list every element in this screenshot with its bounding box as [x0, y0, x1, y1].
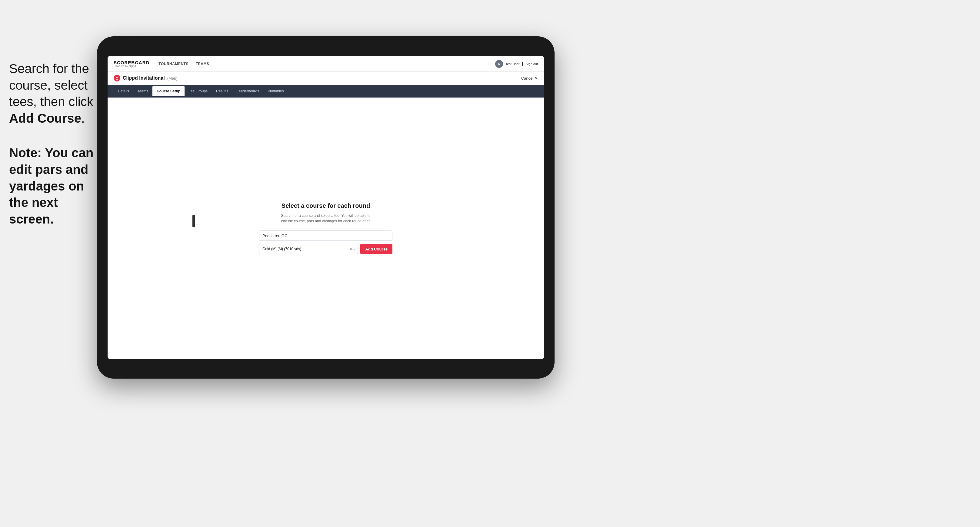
annotation-line3: tees, then click [9, 95, 93, 109]
cancel-label: Cancel [521, 76, 533, 81]
tournament-header: C Clippd Invitational (Men) Cancel ✕ [108, 72, 544, 85]
add-course-button[interactable]: Add Course [360, 244, 393, 254]
tab-bar: Details Teams Course Setup Tee Groups Re… [108, 85, 544, 97]
tee-select-wrapper: Gold (M) (M) (7010 yds) Blue (M) (M) (68… [259, 244, 358, 254]
top-nav: SCOREBOARD Powered by clippd TOURNAMENTS… [108, 56, 544, 72]
logo-area: SCOREBOARD Powered by clippd [114, 60, 150, 68]
cancel-button[interactable]: Cancel ✕ [521, 76, 538, 81]
tournament-title: C Clippd Invitational (Men) [114, 75, 178, 81]
nav-separator: | [522, 61, 523, 67]
tournament-gender: (Men) [167, 76, 178, 81]
annotation-line1: Search for the [9, 62, 89, 76]
user-info: Test User [506, 62, 519, 66]
annotation-period: . [81, 111, 85, 125]
tab-results[interactable]: Results [212, 86, 232, 96]
card-description: Search for a course and select a tee. Yo… [280, 213, 371, 224]
tablet-frame: SCOREBOARD Powered by clippd TOURNAMENTS… [97, 37, 555, 379]
sign-out-link[interactable]: Sign out [526, 62, 538, 66]
tablet-side-button [192, 215, 195, 227]
tab-tee-groups[interactable]: Tee Groups [185, 86, 212, 96]
tab-printables[interactable]: Printables [263, 86, 288, 96]
logo-sub: Powered by clippd [114, 65, 150, 68]
tournament-name: Clippd Invitational [123, 75, 165, 81]
annotation-line4: Add Course [9, 111, 81, 125]
tee-select[interactable]: Gold (M) (M) (7010 yds) Blue (M) (M) (68… [259, 244, 358, 254]
tee-select-row: Gold (M) (M) (7010 yds) Blue (M) (M) (68… [259, 244, 393, 254]
user-avatar: R [495, 60, 503, 68]
main-content: Select a course for each round Search fo… [108, 97, 544, 359]
tablet-screen: SCOREBOARD Powered by clippd TOURNAMENTS… [108, 56, 544, 359]
annotation-note: Note: You can edit pars and yardages on … [9, 145, 97, 227]
tab-course-setup[interactable]: Course Setup [153, 86, 185, 96]
tab-leaderboards[interactable]: Leaderboards [232, 86, 263, 96]
content-card: Select a course for each round Search fo… [259, 202, 393, 254]
left-annotation: Search for the course, select tees, then… [9, 60, 97, 227]
nav-links: TOURNAMENTS TEAMS [159, 62, 495, 66]
c-logo: C [114, 75, 120, 81]
card-title: Select a course for each round [282, 202, 370, 209]
annotation-line2: course, select [9, 78, 88, 92]
nav-tournaments[interactable]: TOURNAMENTS [159, 62, 188, 66]
course-search-input[interactable] [259, 230, 393, 241]
tab-teams[interactable]: Teams [133, 86, 153, 96]
tab-details[interactable]: Details [114, 86, 133, 96]
cancel-icon: ✕ [535, 76, 538, 81]
nav-teams[interactable]: TEAMS [196, 62, 209, 66]
top-nav-right: R Test User | Sign out [495, 60, 538, 68]
